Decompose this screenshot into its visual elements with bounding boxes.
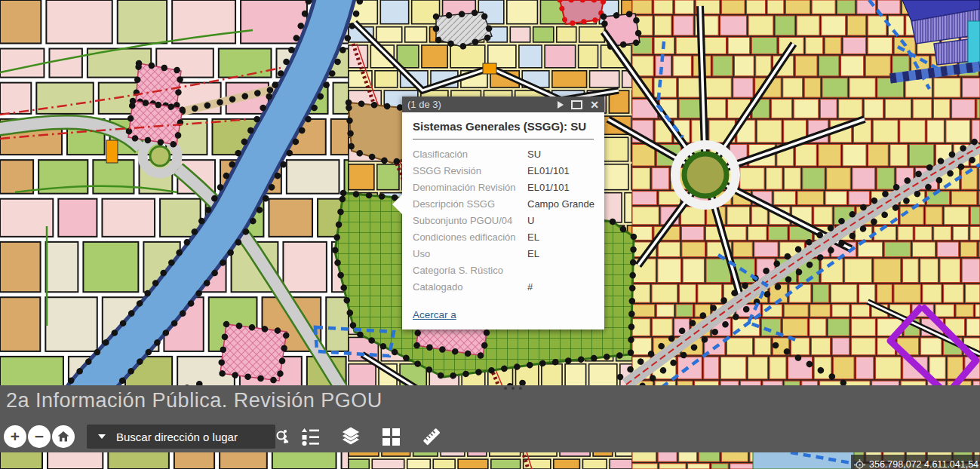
attribute-table-handle[interactable] [504, 387, 522, 390]
popup-field-row: SSGG RevisiónEL01/101 [413, 163, 594, 179]
measure-icon [420, 425, 443, 448]
coordinate-value: 356.798,072 4.611.041,54 [869, 459, 978, 469]
maximize-icon[interactable] [571, 100, 582, 109]
home-icon [57, 430, 70, 443]
layers-button[interactable] [340, 426, 361, 447]
popup-field-row: Catalogado# [413, 279, 594, 296]
basemap-gallery-button[interactable] [381, 427, 401, 446]
popup-fields: ClasificaciónSUSSGG RevisiónEL01/101Deno… [413, 146, 594, 296]
feature-popup: (1 de 3) ✕ Sistemas Generales (SSGG): SU… [402, 97, 604, 330]
basemap-gallery-icon [381, 427, 401, 446]
bottom-panel: 2a Información Pública. Revisión PGOU + … [0, 385, 980, 452]
plus-icon: + [11, 428, 20, 444]
crosshair-icon[interactable] [854, 459, 865, 469]
home-button[interactable] [52, 425, 75, 448]
search-icon[interactable] [275, 430, 289, 443]
more-tools-icon[interactable] [284, 430, 287, 443]
legend-icon [300, 427, 321, 447]
widget-icons [300, 425, 462, 448]
search-box [87, 425, 275, 449]
popup-field-row: UsoEL [413, 246, 594, 262]
close-icon[interactable]: ✕ [590, 100, 599, 110]
popup-field-row: Condiciones edificaciónEL [413, 229, 594, 246]
map-toolbar: + − [4, 425, 462, 449]
popup-title: Sistemas Generales (SSGG): SU [413, 120, 594, 139]
minus-icon: − [35, 428, 44, 444]
zoom-out-button[interactable]: − [28, 425, 51, 448]
search-input[interactable] [115, 430, 268, 444]
popup-body: Sistemas Generales (SSGG): SU Clasificac… [402, 120, 604, 330]
app-title: 2a Información Pública. Revisión PGOU [6, 389, 382, 412]
popup-controls: ✕ [558, 100, 599, 110]
zoom-to-link[interactable]: Acercar a [413, 309, 456, 320]
popup-field-row: ClasificaciónSU [413, 146, 594, 163]
popup-pointer [392, 195, 402, 214]
popup-field-row: Denominación RevisiónEL01/101 [413, 179, 594, 196]
coordinate-widget: 356.798,072 4.611.041,54 [851, 455, 980, 469]
popup-header[interactable]: (1 de 3) ✕ [402, 97, 604, 112]
popup-field-row: Subconjunto PGOU/04U [413, 213, 594, 229]
chevron-down-icon[interactable] [98, 434, 106, 439]
popup-field-row: Categoría S. Rústico [413, 262, 594, 279]
next-feature-icon[interactable] [558, 101, 564, 109]
popup-pager: (1 de 3) [407, 99, 441, 110]
popup-field-row: Descripción SSGGCampo Grande [413, 196, 594, 213]
layers-icon [340, 426, 361, 447]
measure-button[interactable] [420, 425, 443, 448]
legend-button[interactable] [300, 427, 321, 447]
zoom-in-button[interactable]: + [4, 425, 26, 448]
